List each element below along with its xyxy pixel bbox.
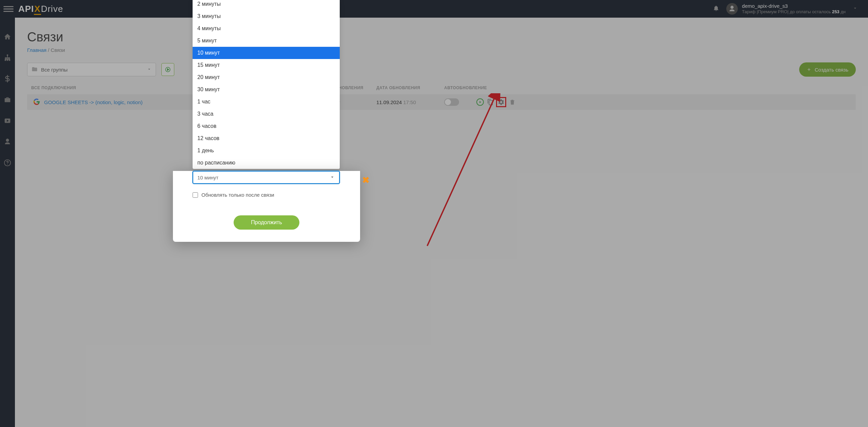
interval-option[interactable]: 2 минуты [193,0,340,10]
interval-option[interactable]: 10 минут [193,47,340,59]
interval-modal: 2 минуты3 минуты4 минуты5 минут10 минут1… [173,0,360,242]
interval-dropdown-list: 2 минуты3 минуты4 минуты5 минут10 минут1… [193,0,340,169]
interval-option[interactable]: 1 час [193,96,340,108]
interval-option[interactable]: 20 минут [193,71,340,83]
chevron-down-icon [330,174,335,181]
interval-option[interactable]: 30 минут [193,83,340,96]
continue-button[interactable]: Продолжить [234,215,299,230]
interval-option[interactable]: 6 часов [193,120,340,132]
interval-option[interactable]: 5 минут [193,35,340,47]
interval-option[interactable]: 3 минуты [193,10,340,22]
modal-overlay[interactable] [0,0,868,427]
interval-option[interactable]: по расписанию [193,157,340,169]
modal-body: ✖ 10 минут Обновлять только после связи … [173,171,360,242]
checkbox-label: Обновлять только после связи [201,192,274,198]
update-after-checkbox[interactable] [193,192,198,198]
interval-option[interactable]: 4 минуты [193,22,340,35]
interval-select-value: 10 минут [197,175,218,180]
interval-option[interactable]: 1 день [193,144,340,157]
close-icon[interactable]: ✖ [362,176,370,185]
interval-option[interactable]: 3 часа [193,108,340,120]
interval-select[interactable]: 10 минут [193,171,340,184]
interval-option[interactable]: 15 минут [193,59,340,71]
interval-option[interactable]: 12 часов [193,132,340,144]
update-after-checkbox-row[interactable]: Обновлять только после связи [193,192,340,198]
